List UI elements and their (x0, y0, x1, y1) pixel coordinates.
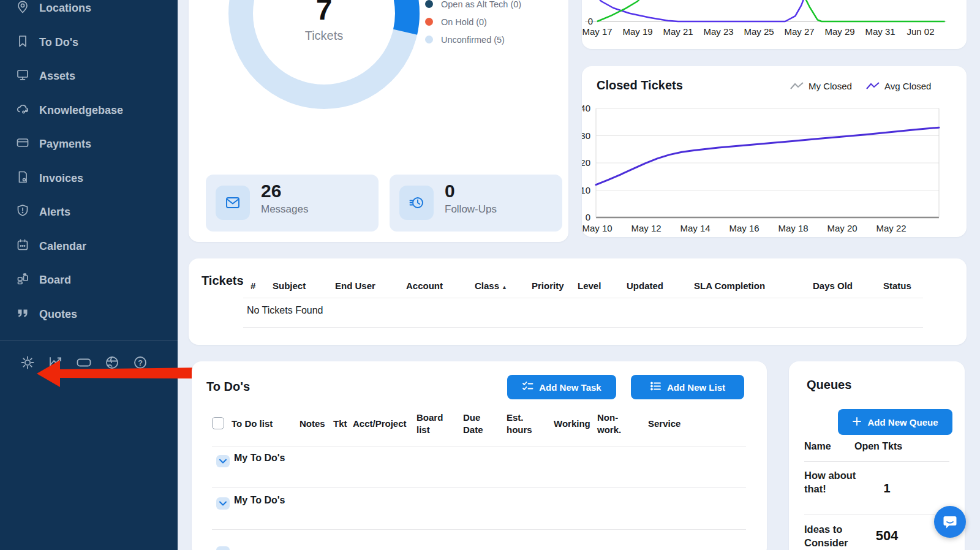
svg-text:May 12: May 12 (631, 223, 661, 233)
todo-list-name[interactable]: My To Do's (234, 453, 285, 463)
trend-y-tick-0: 0 (588, 16, 593, 26)
legend-item-unconfirmed[interactable]: Unconfirmed (5) (425, 31, 521, 48)
sidebar-item-alerts[interactable]: Alerts (0, 195, 178, 230)
messages-count: 26 (261, 181, 281, 202)
todo-row-partial (216, 543, 290, 550)
svg-text:30: 30 (582, 130, 590, 141)
col-non-work[interactable]: Non-work. (597, 412, 627, 435)
closed-tickets-chart: 010203040 May 10May 12May 14May 16May 18… (582, 66, 967, 237)
closed-tickets-card: Closed Tickets My Closed Avg Closed 0102… (582, 66, 967, 237)
sidebar-item-todos[interactable]: To Do's (0, 26, 178, 60)
followups-stat-card[interactable]: 0 Follow-Ups (390, 175, 562, 232)
sidebar-item-label: Assets (39, 70, 75, 83)
sidebar-item-board[interactable]: Board (0, 263, 178, 298)
svg-text:May 18: May 18 (778, 223, 808, 233)
legend-dot (425, 18, 433, 26)
trend-purple-series (595, 0, 805, 21)
quotes-icon (15, 306, 30, 323)
messages-stat-card[interactable]: 26 Messages (206, 175, 379, 232)
sidebar-item-quotes[interactable]: Quotes (0, 298, 178, 332)
col-level[interactable]: Level (578, 281, 601, 291)
sidebar-item-locations[interactable]: Locations (0, 0, 178, 26)
sidebar-item-label: Board (39, 274, 71, 287)
chevron-down-icon[interactable] (216, 455, 230, 467)
queue-name[interactable]: How about that! (804, 469, 856, 496)
legend-dot (425, 36, 433, 43)
col-service[interactable]: Service (648, 418, 680, 430)
select-all-checkbox[interactable] (212, 417, 224, 429)
chevron-down-icon[interactable] (216, 497, 230, 510)
sidebar-item-calendar[interactable]: Calendar (0, 230, 178, 264)
todo-row: My To Do's (216, 494, 290, 510)
svg-text:10: 10 (582, 185, 590, 195)
col-acct-project[interactable]: Acct/Project (353, 418, 407, 430)
col-class-sorted[interactable]: Class▲ (475, 281, 507, 291)
col-est-hours[interactable]: Est. hours (507, 412, 536, 435)
col-queue-name: Name (804, 441, 831, 452)
sidebar-item-label: Payments (39, 138, 91, 151)
trend-x-axis-labels: May 17May 19May 21May 23May 25May 27May … (582, 26, 934, 37)
col-due-date[interactable]: Due Date (463, 412, 490, 435)
col-number[interactable]: # (251, 281, 255, 291)
svg-text:May 27: May 27 (784, 26, 814, 37)
table-divider (243, 327, 923, 328)
followups-count: 0 (445, 181, 455, 202)
table-divider (804, 461, 949, 462)
todo-list-name[interactable]: My To Do's (234, 495, 285, 505)
tickets-trend-chart: 0 May 17May 19May 21May 23May 25May 27Ma… (582, 0, 967, 49)
add-new-queue-button[interactable]: Add New Queue (838, 409, 952, 435)
legend-label: On Hold (0) (441, 17, 487, 27)
sidebar-item-assets[interactable]: Assets (0, 59, 178, 94)
credit-card-icon (15, 135, 30, 153)
add-new-list-button[interactable]: Add New List (631, 375, 744, 399)
col-end-user[interactable]: End User (335, 281, 375, 291)
chat-launcher-button[interactable] (934, 506, 966, 538)
todos-card: To Do's Add New Task Add New List To Do … (192, 361, 767, 550)
col-priority[interactable]: Priority (532, 281, 564, 291)
sidebar-item-label: To Do's (39, 36, 78, 49)
tickets-empty-message: No Tickets Found (247, 305, 323, 316)
legend-item-open-alt-tech[interactable]: Open as Alt Tech (0) (425, 0, 521, 13)
col-status[interactable]: Status (883, 281, 911, 291)
legend-item-on-hold[interactable]: On Hold (0) (425, 13, 521, 31)
queue-name[interactable]: Ideas to Consider (804, 523, 856, 550)
legend-label: Unconfirmed (5) (441, 35, 505, 45)
svg-text:May 10: May 10 (582, 223, 612, 233)
donut-total-label: Tickets (287, 29, 361, 43)
tickets-trend-card: 0 May 17May 19May 21May 23May 25May 27Ma… (582, 0, 967, 49)
sidebar-item-payments[interactable]: Payments (0, 127, 178, 162)
chevron-down-icon[interactable] (216, 546, 230, 550)
sidebar-item-label: Locations (39, 2, 91, 15)
row-divider (212, 529, 746, 530)
col-subject[interactable]: Subject (273, 281, 306, 291)
clock-history-icon (399, 186, 434, 220)
add-new-task-button[interactable]: Add New Task (507, 375, 616, 399)
messages-label: Messages (261, 203, 308, 216)
bookmark-icon (15, 34, 30, 51)
row-divider (804, 514, 949, 515)
sidebar-nav: Locations To Do's Assets Knowledgebase P… (0, 0, 178, 331)
col-account[interactable]: Account (406, 281, 443, 291)
svg-text:May 19: May 19 (622, 26, 652, 37)
svg-text:May 29: May 29 (824, 26, 854, 37)
col-sla-completion[interactable]: SLA Completion (694, 281, 765, 291)
col-working[interactable]: Working (554, 418, 590, 430)
sidebar-item-knowledgebase[interactable]: Knowledgebase (0, 94, 178, 128)
col-board-list[interactable]: Board list (417, 412, 448, 435)
sidebar-item-label: Invoices (39, 172, 83, 185)
col-days-old[interactable]: Days Old (813, 281, 853, 291)
svg-text:May 25: May 25 (744, 26, 774, 37)
svg-text:40: 40 (582, 103, 590, 113)
envelope-icon (216, 186, 250, 220)
avg-closed-series (596, 127, 939, 184)
settings-gear-icon[interactable] (19, 354, 36, 371)
col-tkt[interactable]: Tkt (333, 418, 347, 430)
col-notes[interactable]: Notes (300, 418, 325, 430)
sidebar-item-label: Knowledgebase (39, 104, 123, 117)
calendar-icon (15, 238, 30, 255)
document-icon (15, 170, 30, 187)
sidebar-item-invoices[interactable]: Invoices (0, 162, 178, 196)
col-todo-list[interactable]: To Do list (232, 418, 273, 430)
col-updated[interactable]: Updated (627, 281, 663, 291)
legend-label: Open as Alt Tech (0) (441, 0, 521, 9)
